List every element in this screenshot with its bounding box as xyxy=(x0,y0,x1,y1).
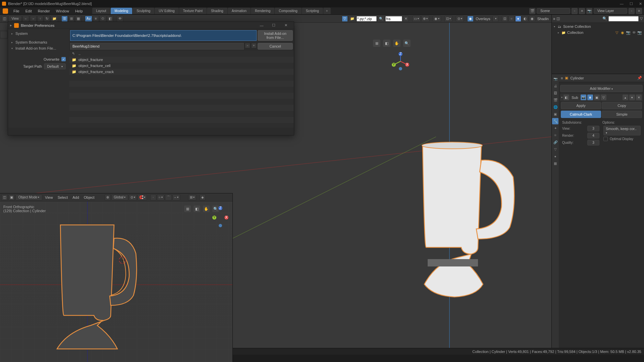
tab-particles[interactable]: ✦ xyxy=(552,125,558,131)
sort-alpha-button[interactable]: Aᴢ xyxy=(85,16,92,22)
copy-button[interactable]: Copy xyxy=(602,102,642,109)
cancel-button[interactable]: Cancel xyxy=(258,43,293,50)
optimal-checkbox[interactable] xyxy=(603,137,608,141)
add-modifier-button[interactable]: Add Modifier ▾ xyxy=(560,85,643,92)
filename-minus-button[interactable]: − xyxy=(245,43,250,48)
editor-type-button[interactable]: ◫ xyxy=(1,194,8,200)
tab-animation[interactable]: Animation xyxy=(228,8,251,14)
uv-smooth-dropdown[interactable]: Smooth, keep cor.. ▾ xyxy=(603,126,641,135)
orient-dropdown[interactable]: Global xyxy=(111,194,128,200)
filename-input[interactable] xyxy=(70,43,244,50)
tab-shading[interactable]: Shading xyxy=(207,8,227,14)
catmull-button[interactable]: Catmull-Clark xyxy=(561,111,601,118)
maximize-button[interactable]: ☐ xyxy=(630,2,633,6)
viewlayer-new-button[interactable]: ▫ xyxy=(629,8,635,14)
fb-title-bar[interactable]: ▸ Blender Preferences — ☐ ✕ xyxy=(8,22,294,29)
sort-time-button[interactable]: ⏲ xyxy=(100,16,106,22)
render-value[interactable]: 4 xyxy=(587,133,599,138)
add-menu[interactable]: Add xyxy=(70,195,81,199)
menu-window[interactable]: Window xyxy=(53,8,72,14)
nav-newdir-button[interactable]: 📁 xyxy=(51,16,58,22)
outliner-display-button[interactable]: ◫ xyxy=(556,16,560,21)
axis-gizmo-bl[interactable]: Z Y X xyxy=(210,205,230,228)
fb-system[interactable]: ▸System xyxy=(9,31,68,37)
menu-file[interactable]: File xyxy=(11,8,22,14)
hand-icon[interactable]: ✋ xyxy=(393,40,400,47)
grid-icon[interactable]: ⊞ xyxy=(373,40,380,47)
outliner-collection[interactable]: ▸📁 Collection ▽ ◉ 📷 👁 📷 xyxy=(552,29,643,36)
fb-install-heading[interactable]: ▾Install Add-on from File... xyxy=(9,45,68,51)
fb-minimize-button[interactable]: — xyxy=(256,22,268,29)
shade-matpreview-button[interactable]: ◐ xyxy=(522,16,528,22)
view-menu[interactable]: View xyxy=(8,16,22,22)
outliner-search-input[interactable] xyxy=(608,16,639,21)
editor-type-button[interactable]: ◫ xyxy=(1,16,8,22)
tab-constraints[interactable]: 🔗 xyxy=(552,139,558,145)
proportional-button[interactable]: ○ xyxy=(157,194,164,200)
mode-dropdown[interactable]: Object Mode xyxy=(15,194,42,200)
clear-search-button[interactable]: ✕ xyxy=(403,16,409,22)
zoom-icon[interactable]: 🔍 xyxy=(403,40,411,47)
overlays-dropdown[interactable] xyxy=(492,16,498,22)
scene-field[interactable]: Scene xyxy=(537,8,570,14)
filter-ext-input[interactable] xyxy=(357,16,377,21)
fb-close-button[interactable]: ✕ xyxy=(280,22,292,29)
display-list-button[interactable]: ☰ xyxy=(61,16,68,22)
obj-name[interactable]: Cylinder xyxy=(570,76,584,80)
pin-button[interactable]: ≡ xyxy=(561,76,563,80)
quality-value[interactable]: 3 xyxy=(587,140,599,145)
collections-button[interactable]: ⊞ xyxy=(188,194,196,200)
collapse-arrow[interactable]: ▾ xyxy=(561,96,562,99)
apply-button[interactable]: Apply xyxy=(561,102,601,109)
cursor-button[interactable]: ⊕ xyxy=(421,16,429,22)
prop-falloff-button[interactable]: ⌢ xyxy=(172,194,180,200)
mod-delete-button[interactable]: ✕ xyxy=(636,95,642,100)
tab-layout[interactable]: Layout xyxy=(92,8,110,14)
file-folder-3[interactable]: 📁object_fracture_crack xyxy=(69,69,294,75)
shading-label[interactable]: Shadin xyxy=(536,17,550,21)
orient-icon[interactable]: ⊕ xyxy=(105,194,111,200)
snap-button[interactable]: 🧲 xyxy=(138,194,147,200)
snap-button[interactable]: ⊡ xyxy=(444,16,452,22)
tab-object[interactable]: ▣ xyxy=(552,111,558,117)
tab-sculpting[interactable]: Sculpting xyxy=(132,8,154,14)
fb-bookmarks[interactable]: ▸System Bookmarks xyxy=(9,39,68,45)
tab-texture[interactable]: Texture Paint xyxy=(179,8,207,14)
menu-render[interactable]: Render xyxy=(35,8,53,14)
mod-realtime-button[interactable]: 🖥 xyxy=(587,95,593,100)
hand-icon[interactable]: ✋ xyxy=(203,205,210,212)
file-up[interactable]: ↰.. xyxy=(69,51,294,57)
menu-edit[interactable]: Edit xyxy=(23,8,35,14)
tab-viewlayer[interactable]: 🖼 xyxy=(552,90,558,96)
select-mode-button[interactable]: ▭ xyxy=(412,16,421,22)
filter-button[interactable]: ▽ xyxy=(342,16,348,22)
nav-fwd-button[interactable]: → xyxy=(30,16,37,22)
mode-icon[interactable]: ▣ xyxy=(8,194,15,200)
mug-model-main[interactable] xyxy=(406,140,533,308)
sort-size-button[interactable]: ◧ xyxy=(107,16,113,22)
scene-del-button[interactable]: ✕ xyxy=(579,8,585,14)
outliner-type-button[interactable]: ≡ xyxy=(553,17,555,21)
tab-material[interactable]: ● xyxy=(552,153,558,160)
path-input[interactable] xyxy=(70,30,257,41)
object-menu[interactable]: Object xyxy=(82,195,97,199)
shade-solid-button[interactable]: ● xyxy=(515,16,521,22)
scene-new-button[interactable]: ▫ xyxy=(572,8,578,14)
tab-mesh[interactable]: ▽ xyxy=(552,146,558,153)
render-icon[interactable]: 📷 xyxy=(637,31,642,35)
layers-icon[interactable]: ◧ xyxy=(383,40,390,47)
mod-cage-button[interactable]: ▽ xyxy=(601,95,606,100)
overwrite-checkbox[interactable]: ✓ xyxy=(61,57,66,61)
modifier-name[interactable]: Sub xyxy=(570,96,580,100)
display-grid-button[interactable]: ⊞ xyxy=(68,16,74,22)
tab-scripting[interactable]: Scripting xyxy=(302,8,323,14)
viewlayer-del-button[interactable]: ✕ xyxy=(636,8,642,14)
collapse-arrow-icon[interactable]: ▸ xyxy=(10,23,12,27)
close-button[interactable]: ✕ xyxy=(639,2,642,6)
view-value[interactable]: 3 xyxy=(587,126,599,131)
mug-model-bl[interactable] xyxy=(44,222,151,362)
tab-rendering[interactable]: Rendering xyxy=(251,8,274,14)
file-folder-2[interactable]: 📁object_fracture_cell xyxy=(69,63,294,69)
nav-back-button[interactable]: ← xyxy=(22,16,29,22)
file-list[interactable]: ↰.. 📁object_fracture 📁object_fracture_ce… xyxy=(69,51,294,128)
